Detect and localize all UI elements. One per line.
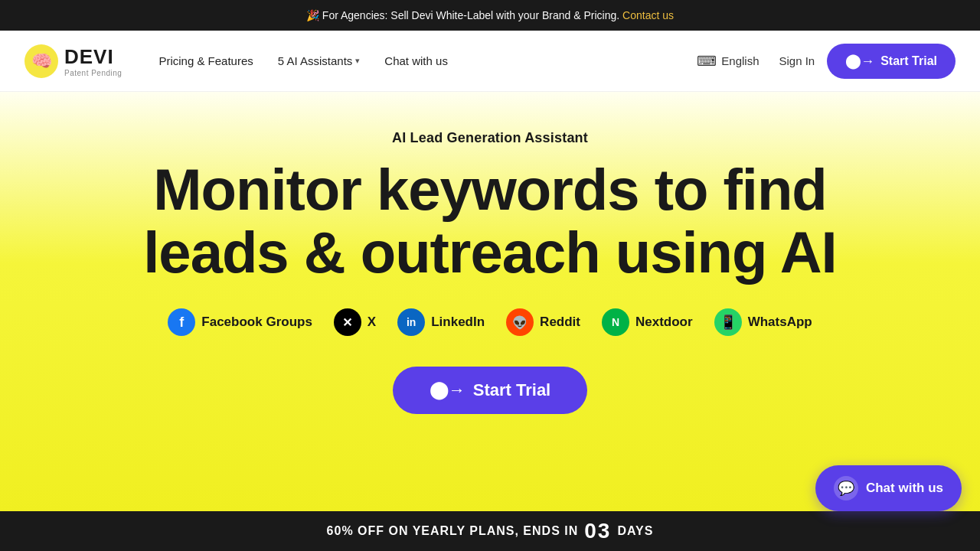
hero-subtitle: AI Lead Generation Assistant	[392, 130, 588, 146]
chat-bubble-icon: 💬	[834, 476, 858, 500]
hero-start-trial-button[interactable]: ⬤→ Start Trial	[393, 367, 587, 414]
x-icon: ✕	[334, 308, 361, 336]
nav-chat-with-us[interactable]: Chat with us	[384, 54, 448, 67]
language-label: English	[721, 54, 759, 67]
logo-text: DEVI	[64, 45, 122, 69]
nav-right: ⌨ English Sign In ⬤→ Start Trial	[689, 44, 956, 79]
logo-icon: 🧠	[24, 44, 58, 78]
login-icon: ⬤→	[845, 53, 874, 70]
hero-section: AI Lead Generation Assistant Monitor key…	[0, 92, 980, 520]
reddit-icon: 👽	[506, 308, 534, 336]
social-platforms: f Facebook Groups ✕ X in LinkedIn 👽 Redd…	[168, 308, 812, 336]
nextdoor-icon: N	[602, 308, 629, 336]
language-selector[interactable]: ⌨ English	[689, 48, 766, 74]
platform-linkedin: in LinkedIn	[397, 308, 485, 336]
countdown-number: 03	[584, 519, 611, 543]
translate-icon: ⌨	[697, 53, 717, 70]
platform-facebook: f Facebook Groups	[168, 308, 312, 336]
bottom-bar-suffix: DAYS	[617, 524, 653, 538]
logo[interactable]: 🧠 DEVI Patent Pending	[24, 44, 122, 78]
chat-widget-label: Chat with us	[866, 481, 943, 496]
hero-title: Monitor keywords to find leads & outreac…	[143, 158, 836, 284]
navbar: 🧠 DEVI Patent Pending Pricing & Features…	[0, 31, 980, 92]
platform-x: ✕ X	[334, 308, 376, 336]
announcement-bar: 🎉 For Agencies: Sell Devi White-Label wi…	[0, 0, 980, 31]
nav-links: Pricing & Features 5 AI Assistants ▾ Cha…	[158, 54, 689, 67]
whatsapp-icon: 📱	[714, 308, 742, 336]
bottom-bar-prefix: 60% OFF ON YEARLY PLANS, ENDS IN	[327, 524, 579, 538]
logo-sub: Patent Pending	[64, 69, 122, 77]
signin-link[interactable]: Sign In	[779, 54, 815, 67]
contact-us-link[interactable]: Contact us	[622, 9, 674, 21]
hero-cta-label: Start Trial	[473, 380, 550, 400]
ai-assistants-chevron: ▾	[355, 56, 360, 66]
bottom-bar: 60% OFF ON YEARLY PLANS, ENDS IN 03 DAYS	[0, 511, 980, 551]
platform-whatsapp: 📱 WhatsApp	[714, 308, 812, 336]
announcement-text: 🎉 For Agencies: Sell Devi White-Label wi…	[306, 9, 619, 21]
chat-widget[interactable]: 💬 Chat with us	[815, 465, 962, 511]
nav-ai-assistants[interactable]: 5 AI Assistants ▾	[278, 54, 361, 67]
facebook-icon: f	[168, 308, 195, 336]
nav-start-trial-button[interactable]: ⬤→ Start Trial	[827, 44, 956, 79]
hero-cta-icon: ⬤→	[430, 380, 466, 400]
platform-reddit: 👽 Reddit	[506, 308, 580, 336]
platform-nextdoor: N Nextdoor	[602, 308, 693, 336]
nav-pricing-features[interactable]: Pricing & Features	[158, 54, 253, 67]
linkedin-icon: in	[397, 308, 425, 336]
